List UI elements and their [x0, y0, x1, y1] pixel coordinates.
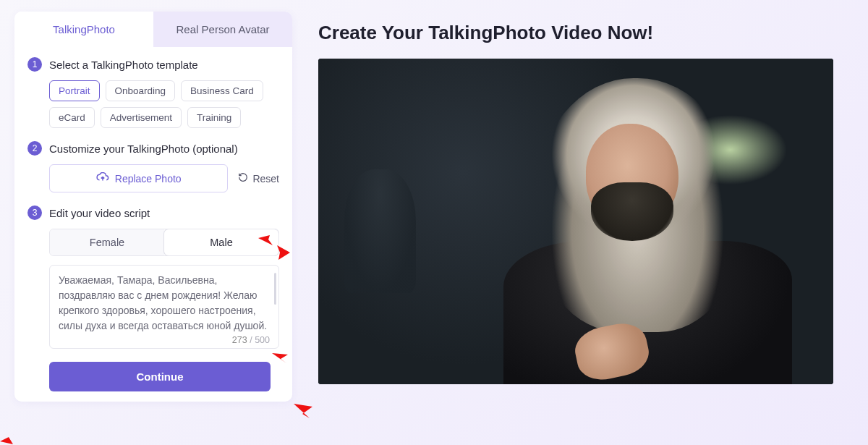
background-figure [344, 169, 417, 293]
reset-icon [238, 172, 248, 185]
replace-photo-button[interactable]: Replace Photo [49, 164, 228, 192]
tab-talkingphoto[interactable]: TalkingPhoto [14, 12, 153, 47]
step-badge-3: 3 [27, 205, 42, 220]
chip-onboarding[interactable]: Onboarding [106, 80, 176, 101]
char-counter: 273 / 500 [59, 334, 270, 345]
chip-business-card[interactable]: Business Card [181, 80, 263, 101]
template-chips: Portrait Onboarding Business Card eCard … [49, 80, 279, 128]
page-title: Create Your TalkingPhoto Video Now! [318, 22, 854, 44]
svg-marker-4 [0, 428, 30, 444]
reset-button[interactable]: Reset [238, 172, 279, 185]
gender-female[interactable]: Female [50, 229, 164, 255]
mode-tabs: TalkingPhoto Real Person Avatar [14, 12, 292, 47]
tab-real-person-avatar[interactable]: Real Person Avatar [153, 12, 292, 47]
step-1: 1 Select a TalkingPhoto template Portrai… [27, 57, 279, 128]
script-text[interactable]: Уважаемая, Тамара, Васильевна, поздравля… [59, 273, 270, 334]
step-title-2: Customize your TalkingPhoto (optional) [49, 143, 238, 155]
scrollbar-indicator[interactable] [274, 273, 276, 305]
step-badge-2: 2 [27, 141, 42, 156]
chip-ecard[interactable]: eCard [49, 107, 95, 128]
gender-male[interactable]: Male [164, 229, 278, 255]
person-beard [591, 182, 673, 241]
chip-training[interactable]: Training [187, 107, 241, 128]
script-textarea[interactable]: Уважаемая, Тамара, Васильевна, поздравля… [49, 265, 279, 349]
annotation-arrow [0, 428, 30, 444]
cloud-upload-icon [96, 172, 109, 185]
preview-column: Create Your TalkingPhoto Video Now! [318, 12, 854, 402]
chip-advertisement[interactable]: Advertisement [101, 107, 182, 128]
reset-label: Reset [252, 173, 279, 185]
chip-portrait[interactable]: Portrait [49, 80, 100, 101]
replace-photo-label: Replace Photo [115, 173, 182, 185]
step-2: 2 Customize your TalkingPhoto (optional) [27, 141, 279, 192]
step-3: 3 Edit your video script Female Male Ува… [27, 205, 279, 349]
step-title-3: Edit your video script [49, 207, 150, 219]
photo-preview [318, 59, 833, 384]
wizard-panel: TalkingPhoto Real Person Avatar 1 Select… [14, 12, 292, 402]
continue-button[interactable]: Continue [49, 362, 271, 391]
step-badge-1: 1 [27, 57, 42, 72]
voice-gender-segment: Female Male [49, 229, 279, 256]
step-title-1: Select a TalkingPhoto template [49, 59, 198, 71]
